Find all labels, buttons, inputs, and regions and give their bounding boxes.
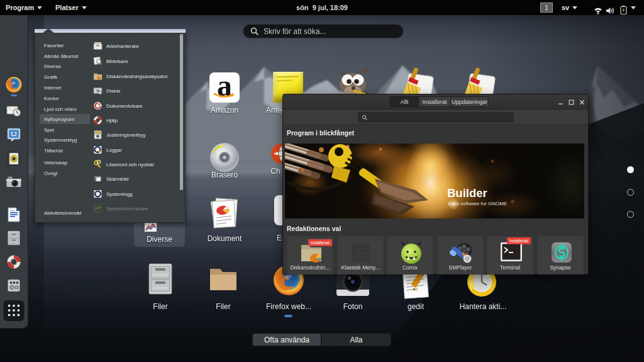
svg-text:Builder: Builder [447,186,487,200]
svg-text:Build software for GNOME: Build software for GNOME [448,201,507,206]
